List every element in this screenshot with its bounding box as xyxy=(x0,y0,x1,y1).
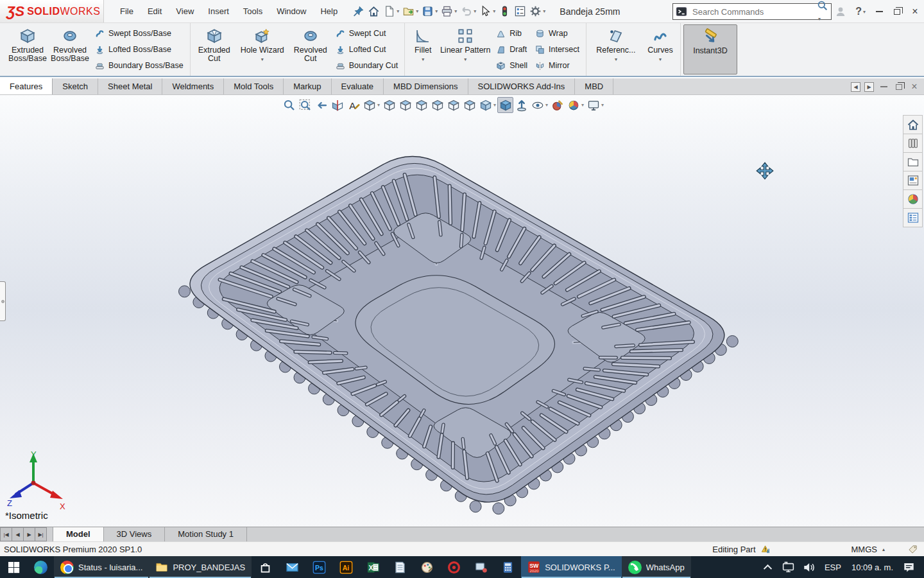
shaded-with-edges-icon[interactable] xyxy=(497,97,513,113)
solidworks-resources-icon[interactable] xyxy=(903,115,923,134)
scroll-next-icon[interactable]: ▶ xyxy=(23,527,35,541)
options-list-icon[interactable] xyxy=(513,3,527,19)
swept-boss-base-button[interactable]: Swept Boss/Base xyxy=(91,26,187,42)
instant3d-button[interactable]: Instant3D xyxy=(683,24,737,74)
taskbar-whatsapp-window[interactable]: WhatsApp xyxy=(622,556,691,578)
menu-tools[interactable]: Tools xyxy=(236,0,270,22)
print-icon[interactable] xyxy=(440,3,458,19)
apply-scene-caret[interactable]: ▾ xyxy=(581,102,584,108)
tab-sheet-metal[interactable]: Sheet Metal xyxy=(98,78,162,94)
view-bottom-icon[interactable] xyxy=(461,97,477,113)
home-icon[interactable] xyxy=(366,3,381,19)
dropdown-caret-icon[interactable]: ▾ xyxy=(422,57,424,62)
settings-gear-icon[interactable] xyxy=(528,3,547,19)
excel-icon[interactable] xyxy=(359,556,386,578)
search-commands-box[interactable] xyxy=(672,3,832,20)
pin-icon[interactable] xyxy=(351,3,366,19)
notepad-icon[interactable] xyxy=(386,556,413,578)
doc-close-button[interactable]: × xyxy=(909,82,920,92)
hole-wizard-button[interactable]: Hole Wizard ▾ xyxy=(235,24,289,74)
tab-mbd-dimensions[interactable]: MBD Dimensions xyxy=(384,78,468,94)
previous-view-icon[interactable] xyxy=(313,97,329,113)
tab-mold-tools[interactable]: Mold Tools xyxy=(224,78,284,94)
rebuild-icon[interactable] xyxy=(497,3,512,19)
tab-solidworks-add-ins[interactable]: SOLIDWORKS Add-Ins xyxy=(468,78,576,94)
mail-icon[interactable] xyxy=(278,556,305,578)
help-icon[interactable]: ? xyxy=(851,3,870,20)
taskbar-chrome-window[interactable]: Status - luisaria... xyxy=(54,556,149,578)
rib-button[interactable]: Rib xyxy=(492,26,531,42)
scroll-first-icon[interactable]: |◀ xyxy=(0,527,12,541)
tab-sketch[interactable]: Sketch xyxy=(53,78,98,94)
notification-center-icon[interactable] xyxy=(900,556,918,578)
wrap-button[interactable]: Wrap xyxy=(531,26,583,42)
calculator-icon[interactable] xyxy=(494,556,521,578)
intersect-button[interactable]: Intersect xyxy=(531,42,583,58)
menu-help[interactable]: Help xyxy=(313,0,345,22)
scroll-last-icon[interactable]: ▶| xyxy=(35,527,47,541)
menu-window[interactable]: Window xyxy=(270,0,313,22)
revolved-boss-base-button[interactable]: Revolved Boss/Base xyxy=(49,24,91,74)
display-style-caret[interactable]: ▾ xyxy=(493,102,496,108)
doc-restore-button[interactable] xyxy=(893,84,905,90)
tab-markup[interactable]: Markup xyxy=(284,78,331,94)
photoshop-icon[interactable] xyxy=(305,556,332,578)
taskbar-solidworks-window[interactable]: SOLIDWORKS P... xyxy=(521,556,622,578)
boundary-boss-base-button[interactable]: Boundary Boss/Base xyxy=(91,58,187,74)
microsoft-store-icon[interactable] xyxy=(252,556,278,578)
red-app-icon[interactable] xyxy=(440,556,467,578)
select-arrow-icon[interactable] xyxy=(478,3,497,19)
hide-show-items-icon[interactable] xyxy=(529,97,545,113)
paint-icon[interactable] xyxy=(413,556,440,578)
taskbar-explorer-window[interactable]: PROY_BANDEJAS xyxy=(149,556,252,578)
menu-insert[interactable]: Insert xyxy=(201,0,236,22)
illustrator-icon[interactable] xyxy=(332,556,359,578)
edit-appearance-icon[interactable] xyxy=(549,97,565,113)
tray-3d-model[interactable] xyxy=(0,95,924,527)
user-account-icon[interactable] xyxy=(830,3,851,20)
boundary-cut-button[interactable]: Boundary Cut xyxy=(332,58,402,74)
section-view-icon[interactable] xyxy=(329,97,345,113)
apply-scene-icon[interactable] xyxy=(565,97,581,113)
doc-minimize-button[interactable] xyxy=(878,86,889,87)
close-button[interactable]: × xyxy=(906,2,924,21)
extruded-boss-base-button[interactable]: Extruded Boss/Base xyxy=(6,24,49,74)
linear-pattern-button[interactable]: Linear Pattern ▾ xyxy=(438,24,492,74)
language-indicator[interactable]: ESP xyxy=(821,563,845,572)
restore-button[interactable] xyxy=(888,2,906,21)
menu-edit[interactable]: Edit xyxy=(141,0,169,22)
tab-features[interactable]: Features xyxy=(0,78,53,94)
tab-mbd[interactable]: MBD xyxy=(575,78,613,94)
display-style-icon[interactable] xyxy=(477,97,493,113)
volume-icon[interactable] xyxy=(800,556,818,578)
tab-weldments[interactable]: Weldments xyxy=(162,78,224,94)
open-icon[interactable] xyxy=(401,3,420,19)
view-palette-icon[interactable] xyxy=(903,171,923,190)
tab-evaluate[interactable]: Evaluate xyxy=(332,78,384,94)
zoom-to-fit-icon[interactable] xyxy=(281,97,297,113)
snipping-tool-icon[interactable] xyxy=(467,556,494,578)
expand-pane-right-icon[interactable]: ▶ xyxy=(864,82,874,92)
new-document-icon[interactable] xyxy=(382,3,400,19)
lofted-cut-button[interactable]: Lofted Cut xyxy=(332,42,402,58)
shell-button[interactable]: Shell xyxy=(492,58,531,74)
units-caret-icon[interactable]: ▴ xyxy=(882,547,885,552)
start-button[interactable] xyxy=(0,556,27,578)
swept-cut-button[interactable]: Swept Cut xyxy=(332,26,402,42)
view-settings-caret[interactable]: ▾ xyxy=(601,102,604,108)
custom-properties-icon[interactable] xyxy=(903,208,923,227)
tab-motion-study-1[interactable]: Motion Study 1 xyxy=(165,527,247,541)
save-icon[interactable] xyxy=(420,3,439,19)
undo-icon[interactable] xyxy=(459,3,477,19)
menu-view[interactable]: View xyxy=(169,0,201,22)
search-commands-input[interactable] xyxy=(691,6,817,17)
tab-model[interactable]: Model xyxy=(53,527,104,541)
tag-button[interactable] xyxy=(908,545,918,554)
view-orientation-caret[interactable]: ▾ xyxy=(377,102,380,108)
design-library-icon[interactable] xyxy=(903,134,923,153)
lofted-boss-base-button[interactable]: Lofted Boss/Base xyxy=(91,42,187,58)
units-selector[interactable]: MMGS ▴ xyxy=(851,545,885,554)
view-top-icon[interactable] xyxy=(445,97,461,113)
tray-chevron-icon[interactable] xyxy=(759,556,777,578)
curves-button[interactable]: Curves ▾ xyxy=(643,24,678,74)
